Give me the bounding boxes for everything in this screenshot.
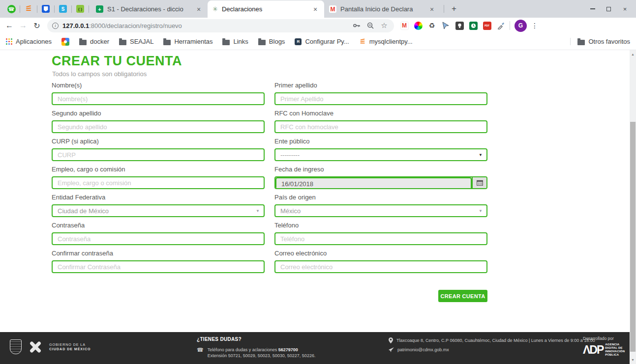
tab-close-icon[interactable]: × [428, 5, 436, 13]
sheets-icon: + [96, 5, 103, 13]
reload-button[interactable]: ↻ [30, 19, 43, 32]
field-nombres: Nombre(s) [52, 82, 265, 105]
pais-origen-select[interactable]: México ▼ [274, 204, 487, 217]
pinned-tab-whatsapp[interactable]: ☎ [5, 0, 18, 18]
recycle-extension-icon[interactable]: ♻ [425, 19, 438, 32]
pinned-tab-s-app[interactable]: S [57, 0, 69, 18]
other-bookmarks[interactable]: Otros favoritos [570, 38, 630, 45]
extensions-line: Extensión 50721, 50029, 50023, 50030, 50… [208, 353, 316, 359]
bookmark-folder-herramientas[interactable]: Herramientas [163, 38, 212, 45]
page-subtitle: Todos lo campos son obligatorios [52, 70, 147, 78]
empleo-input[interactable] [52, 176, 265, 189]
bookmark-folder-blogs[interactable]: Blogs [258, 38, 285, 45]
cdmx-x-logo-icon [28, 339, 43, 355]
pinned-tab-stackoverflow[interactable] [22, 0, 35, 18]
s-app-icon: S [59, 5, 67, 13]
footer-address: Tlaxcoaque 8, Centro, C.P 06080, Cuauhté… [396, 337, 595, 343]
apps-grid-icon [6, 38, 12, 45]
gmail-extension-icon[interactable]: M [398, 19, 411, 32]
bookmark-apps[interactable]: Aplicaciones [6, 38, 52, 45]
gmail-icon: M [329, 5, 336, 13]
cursor-extension-icon[interactable] [439, 19, 452, 32]
field-confirmar-contrasena: Confirmar contraseña [52, 250, 265, 273]
bookmark-label: Configurar Py... [305, 38, 349, 45]
page-scrollbar[interactable]: ▲ ▼ [630, 50, 636, 364]
calendar-button[interactable] [472, 177, 486, 188]
field-label: Segundo apellido [52, 110, 265, 117]
close-window-button[interactable]: × [617, 0, 633, 18]
gobierno-line1: GOBIERNO DE LA [49, 343, 86, 346]
bookmark-label: docker [90, 38, 109, 45]
address-bar[interactable]: i 127.0.0.1:8000/declaracion/registro/nu… [47, 19, 394, 32]
tab-declaraciones-active[interactable]: ✳ Declaraciones × [208, 0, 324, 18]
crear-cuenta-button[interactable]: CREAR CUENTA [438, 290, 487, 302]
segundo-apellido-input[interactable] [52, 120, 265, 133]
phone-icon: ☎ [197, 347, 204, 359]
bookmark-folder-docker[interactable]: docker [79, 38, 109, 45]
browser-menu-icon[interactable]: ⋮ [530, 22, 540, 29]
nombres-input[interactable] [52, 92, 265, 105]
primer-apellido-input[interactable] [274, 92, 487, 105]
password-key-icon[interactable] [352, 21, 362, 30]
restore-button[interactable] [601, 0, 617, 18]
lightbulb-extension-icon[interactable] [453, 19, 466, 32]
bookmark-folder-links[interactable]: Links [222, 38, 248, 45]
tab-close-icon[interactable]: × [311, 5, 319, 13]
rfc-input[interactable] [274, 120, 487, 133]
bookmark-mysqlclient[interactable]: mysqlclientpy... [359, 38, 413, 45]
field-label: Teléfono [274, 222, 487, 229]
adip-wordmark: ΛDP [583, 344, 603, 356]
folder-icon [163, 40, 171, 45]
tab-gmail-pantalla-inicio[interactable]: M Pantalla Inicio de Declara × [324, 0, 441, 18]
adip-agency-text: AGENCIA DIGITAL DE INNOVACIÓN PÚBLICA [605, 343, 625, 357]
minimize-button[interactable] [584, 0, 601, 18]
entidad-federativa-select[interactable]: Ciudad de México ▼ [52, 204, 265, 217]
ente-publico-select[interactable]: --------- ▼ [274, 148, 487, 161]
forward-button[interactable]: → [17, 19, 30, 32]
field-ente-publico: Ente público --------- ▼ [274, 138, 487, 161]
folder-icon [258, 40, 266, 45]
scrollbar-thumb[interactable] [630, 122, 636, 352]
confirmar-contrasena-input[interactable] [52, 260, 265, 273]
footer-logos: GOBIERNO DE LA CIUDAD DE MÉXICO [10, 339, 91, 355]
tab-sheets-declaraciones[interactable]: + S1 - Declaraciones - diccio × [91, 0, 208, 18]
send-icon [389, 347, 394, 352]
back-button[interactable]: ← [3, 19, 16, 32]
bookmark-configurar-py[interactable]: RConfigurar Py... [295, 38, 349, 45]
bookmark-star-icon[interactable]: ☆ [379, 21, 389, 30]
color-wheel-extension-icon[interactable] [412, 19, 424, 32]
tab-close-icon[interactable]: × [195, 5, 203, 13]
curp-input[interactable] [52, 148, 265, 161]
zoom-out-icon[interactable] [365, 21, 375, 30]
pinned-tab-shield[interactable] [39, 0, 52, 18]
pdf-extension-icon[interactable]: PDF [481, 19, 493, 32]
bookmark-maps[interactable] [61, 38, 69, 46]
new-tab-button[interactable]: + [447, 2, 461, 16]
fecha-ingreso-input[interactable] [275, 177, 472, 189]
contrasena-input[interactable] [52, 232, 265, 245]
footer-dudas: ¿TIENES DUDAS? ☎ Teléfono para dudas y a… [197, 336, 315, 359]
eyedropper-extension-icon[interactable] [494, 19, 507, 32]
footer-contact: Tlaxcoaque 8, Centro, C.P 06080, Cuauhté… [389, 337, 595, 356]
clock-extension-icon[interactable] [467, 19, 480, 32]
gobierno-line2: CIUDAD DE MÉXICO [49, 347, 91, 351]
correo-input[interactable] [274, 260, 487, 273]
footer-email[interactable]: patrimonio@cdmx.gob.mx [397, 347, 449, 353]
pinned-tab-brackets[interactable]: { } [74, 0, 87, 18]
telefono-input[interactable] [274, 232, 487, 245]
bookmark-folder-seajal[interactable]: SEAJAL [119, 38, 153, 45]
profile-avatar[interactable]: G [515, 20, 527, 32]
scroll-up-icon[interactable]: ▲ [630, 51, 636, 57]
scroll-down-icon[interactable]: ▼ [630, 357, 636, 363]
field-contrasena: Contraseña [52, 222, 265, 245]
folder-icon [222, 40, 230, 45]
url-text[interactable]: 127.0.0.1:8000/declaracion/registro/nuev… [62, 22, 348, 29]
field-label: Confirmar contraseña [52, 250, 265, 257]
developed-by-label: Desarrollado por [583, 336, 625, 341]
asterisk-icon: ✳ [212, 5, 218, 13]
calendar-icon [477, 180, 483, 186]
page-info-icon[interactable]: i [52, 23, 59, 29]
r-icon: R [295, 38, 302, 45]
field-curp: CURP (si aplica) [52, 138, 265, 161]
bookmark-label: Blogs [269, 38, 285, 45]
